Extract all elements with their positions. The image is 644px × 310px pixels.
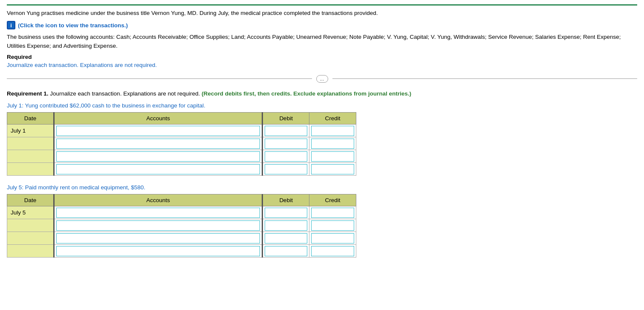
credit-input-2-3[interactable] (311, 233, 354, 243)
accounts-input-2-4[interactable] (56, 246, 260, 256)
accounts-input-1-4[interactable] (56, 164, 260, 174)
click-label[interactable]: (Click the icon to view the transactions… (18, 22, 128, 29)
credit-input-1-4[interactable] (311, 164, 354, 174)
debit-input-cell-2-3[interactable] (263, 232, 309, 245)
debit-input-2-3[interactable] (265, 233, 307, 243)
accounts-input-cell-1-1[interactable] (54, 125, 262, 137)
credit-input-cell-1-2[interactable] (309, 137, 356, 150)
accounts-input-1-3[interactable] (56, 151, 260, 162)
table-row: July 1 (7, 125, 356, 137)
table-row (7, 150, 356, 163)
accounts-input-cell-1-4[interactable] (54, 163, 262, 176)
debit-input-1-2[interactable] (265, 139, 307, 149)
header-date-1: Date (7, 113, 54, 125)
divider: ... (7, 75, 637, 83)
credit-input-2-1[interactable] (311, 208, 354, 218)
accounts-input-cell-1-3[interactable] (54, 150, 262, 163)
requirement1-text: Requirement 1. Journalize each transacti… (7, 90, 637, 98)
accounts-input-cell-2-3[interactable] (54, 232, 262, 245)
credit-input-cell-1-1[interactable] (309, 125, 356, 137)
date-empty-2-4 (7, 245, 54, 258)
credit-input-cell-2-4[interactable] (309, 245, 356, 258)
debit-input-cell-2-4[interactable] (263, 245, 309, 258)
header-accounts-2: Accounts (54, 194, 262, 206)
header-debit-1: Debit (263, 113, 309, 125)
credit-input-1-1[interactable] (311, 126, 354, 136)
req1-middle: Journalize each transaction. Explanation… (49, 90, 202, 97)
credit-input-cell-2-1[interactable] (309, 206, 356, 219)
credit-input-cell-1-4[interactable] (309, 163, 356, 176)
divider-line-left (7, 78, 312, 79)
header-credit-1: Credit (309, 113, 356, 125)
accounts-input-cell-2-1[interactable] (54, 206, 262, 219)
accounts-input-1-2[interactable] (56, 139, 260, 149)
debit-input-1-1[interactable] (265, 126, 307, 136)
accounts-input-1-1[interactable] (56, 126, 260, 136)
req1-bold: Requirement 1. (7, 90, 49, 97)
info-icon[interactable]: i (7, 21, 15, 29)
journalize-text: Journalize each transaction. Explanation… (7, 62, 637, 68)
journal-table-2: Date Accounts Debit Credit July 5 (7, 194, 356, 258)
accounts-input-cell-2-2[interactable] (54, 219, 262, 232)
debit-input-1-3[interactable] (265, 151, 307, 162)
debit-input-cell-2-2[interactable] (263, 219, 309, 232)
debit-input-cell-1-1[interactable] (263, 125, 309, 137)
debit-input-1-4[interactable] (265, 164, 307, 174)
date-empty-2-3 (7, 232, 54, 245)
accounts-input-2-3[interactable] (56, 233, 260, 243)
transaction1-label: July 1: Yung contributed $62,000 cash to… (7, 102, 637, 109)
credit-input-2-4[interactable] (311, 246, 354, 256)
accounts-input-2-2[interactable] (56, 220, 260, 231)
header-credit-2: Credit (309, 194, 356, 206)
debit-input-cell-1-2[interactable] (263, 137, 309, 150)
credit-input-cell-2-3[interactable] (309, 232, 356, 245)
table-row (7, 232, 356, 245)
top-border (7, 4, 637, 6)
date-cell-1: July 1 (7, 125, 54, 137)
req1-instruction: (Record debits first, then credits. Excl… (202, 90, 411, 97)
intro-main-text: Vernon Yung practises medicine under the… (7, 9, 637, 17)
header-accounts-1: Accounts (54, 113, 262, 125)
accounts-input-2-1[interactable] (56, 208, 260, 218)
divider-dots: ... (316, 75, 328, 83)
accounts-input-cell-1-2[interactable] (54, 137, 262, 150)
debit-input-2-4[interactable] (265, 246, 307, 256)
header-debit-2: Debit (263, 194, 309, 206)
date-empty-1-2 (7, 137, 54, 150)
table-row (7, 219, 356, 232)
divider-line-right (332, 78, 638, 79)
date-empty-2-2 (7, 219, 54, 232)
table-row (7, 137, 356, 150)
accounts-text: The business uses the following accounts… (7, 33, 637, 50)
credit-input-cell-1-3[interactable] (309, 150, 356, 163)
transaction2-label: July 5: Paid monthly rent on medical equ… (7, 184, 637, 191)
debit-input-2-2[interactable] (265, 220, 307, 231)
header-date-2: Date (7, 194, 54, 206)
credit-input-1-3[interactable] (311, 151, 354, 162)
required-label: Required (7, 54, 637, 60)
table-row: July 5 (7, 206, 356, 219)
date-empty-1-3 (7, 150, 54, 163)
date-empty-1-4 (7, 163, 54, 176)
credit-input-cell-2-2[interactable] (309, 219, 356, 232)
credit-input-2-2[interactable] (311, 220, 354, 231)
credit-input-1-2[interactable] (311, 139, 354, 149)
table-row (7, 245, 356, 258)
debit-input-cell-1-4[interactable] (263, 163, 309, 176)
date-cell-2: July 5 (7, 206, 54, 219)
debit-input-cell-1-3[interactable] (263, 150, 309, 163)
accounts-input-cell-2-4[interactable] (54, 245, 262, 258)
debit-input-cell-2-1[interactable] (263, 206, 309, 219)
debit-input-2-1[interactable] (265, 208, 307, 218)
table-row (7, 163, 356, 176)
click-icon-row: i (Click the icon to view the transactio… (7, 21, 637, 29)
journal-table-1: Date Accounts Debit Credit July 1 (7, 112, 356, 176)
